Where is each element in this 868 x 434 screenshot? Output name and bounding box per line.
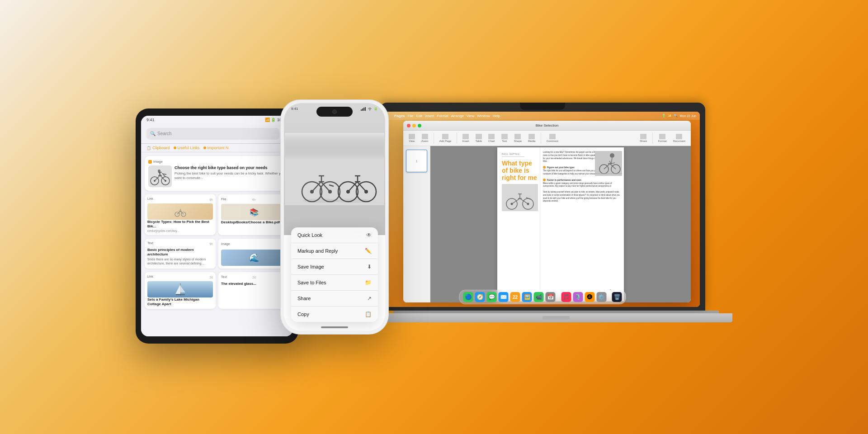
pages-title-bar: Bike Selection	[403, 121, 691, 131]
card-img2-thumb: 🌊	[221, 250, 287, 266]
page-bike-photo	[502, 184, 538, 211]
dock-trash[interactable]: 🗑️	[612, 292, 622, 302]
ipad-card-image2[interactable]: Image 🌊	[218, 239, 289, 269]
menu-view[interactable]: View	[467, 114, 474, 118]
dock-settings[interactable]: ⚙️	[596, 292, 606, 302]
ipad-card-text2[interactable]: Text 2d 🔖 The elevated glass...	[218, 272, 289, 309]
dock-finder[interactable]: 🔵	[463, 292, 473, 302]
chart-icon	[488, 134, 495, 139]
ipad-card-link2[interactable]: Link 2d	[145, 272, 216, 309]
ipad-card-link[interactable]: Link 9h	[145, 194, 216, 235]
ipad-tab-links[interactable]: Useful Links	[174, 146, 200, 150]
ipad-tab-important[interactable]: Important N	[203, 146, 229, 150]
dock-music[interactable]: 🎵	[561, 292, 571, 302]
view-label: View	[409, 140, 415, 142]
svg-point-63	[610, 153, 614, 158]
card-link-url: centurycycles.com/buy...	[147, 229, 213, 232]
svg-line-17	[177, 211, 180, 214]
toolbar-comment[interactable]: Comment	[545, 133, 560, 143]
toolbar-share[interactable]: Share	[638, 133, 649, 143]
shape-icon	[514, 134, 521, 139]
dock-podcasts[interactable]: 🎙️	[573, 292, 583, 302]
section1-title-text: Figure out your bike type:	[547, 166, 575, 169]
card-text-header: Text 9h	[147, 241, 213, 246]
page-section2-text: Bikes within a given category and price …	[543, 182, 621, 189]
window-minimize-button[interactable]	[412, 124, 416, 127]
context-share[interactable]: Share ↗	[291, 291, 378, 307]
bike-display-svg	[285, 133, 384, 205]
context-save-image[interactable]: Save Image ⬇	[291, 259, 378, 275]
save-files-label: Save to Files	[297, 280, 326, 285]
card-img2-type: Image	[221, 242, 230, 245]
toolbar-text[interactable]: Text	[500, 133, 509, 143]
page-author-divider	[502, 156, 524, 157]
toolbar-zoom[interactable]: Zoom	[420, 133, 430, 143]
toolbar-view[interactable]: View	[407, 133, 417, 143]
svg-rect-27	[365, 107, 366, 111]
toolbar-insert[interactable]: Insert	[461, 133, 471, 143]
dock-maps[interactable]: 22	[510, 292, 520, 302]
context-copy[interactable]: Copy 📋	[291, 307, 378, 322]
menu-file[interactable]: File	[408, 114, 414, 118]
dock-facetime[interactable]: 📹	[534, 292, 544, 302]
svg-rect-26	[363, 108, 364, 111]
menu-pages[interactable]: Pages	[394, 114, 405, 118]
document-label: Document	[673, 140, 685, 142]
save-image-icon: ⬇	[367, 264, 372, 270]
ipad-card-1[interactable]: Image 2h	[145, 156, 289, 191]
tab-important-label: Important N	[208, 146, 229, 150]
dock-safari[interactable]: 🧭	[475, 292, 485, 302]
quick-look-label: Quick Look	[297, 232, 322, 238]
ipad-device: 9:41 📶 🔋 100% 🔍 Search ...	[136, 108, 298, 344]
ipad-search-bar[interactable]: 🔍 Search	[146, 128, 279, 140]
save-files-icon: 📁	[365, 279, 372, 286]
window-close-button[interactable]	[407, 124, 410, 127]
ipad-card-text[interactable]: Text 9h Basic principles of modern archi…	[145, 239, 216, 269]
ipad-tab-clipboard[interactable]: 📋 Clipboard	[146, 146, 170, 150]
mac-menu-items: Pages File Edit Insert Format Arrange Vi…	[394, 114, 500, 118]
menu-format[interactable]: Format	[437, 114, 448, 118]
toolbar-shape[interactable]: Shape	[512, 133, 524, 143]
context-markup-reply[interactable]: Markup and Reply ✏️	[291, 243, 378, 259]
context-quick-look[interactable]: Quick Look 👁	[291, 227, 378, 243]
dock-mail[interactable]: ✉️	[499, 292, 509, 302]
section1-dot	[543, 166, 546, 169]
menu-window[interactable]: Window	[477, 114, 490, 118]
iphone-camera	[332, 109, 337, 114]
card-file-thumb: 📚	[221, 204, 287, 220]
toolbar-media[interactable]: Media	[526, 133, 537, 143]
pages-document-area: 1 PAUL HATTEN What type of bike is right…	[403, 146, 691, 302]
dock-messages[interactable]: 💬	[487, 292, 497, 302]
card-1-type-icon	[148, 160, 152, 164]
chart-label: Chart	[488, 140, 495, 142]
menu-arrange[interactable]: Arrange	[451, 114, 464, 118]
window-maximize-button[interactable]	[418, 124, 421, 127]
toolbar-table[interactable]: Table	[474, 133, 484, 143]
card-1-title: Choose the right bike type based on your…	[175, 165, 286, 170]
save-image-label: Save Image	[297, 264, 324, 269]
tab-important-dot	[203, 146, 206, 149]
zoom-icon	[422, 134, 428, 139]
mac-search-icon[interactable]: 🔍	[674, 114, 678, 118]
page-big-title[interactable]: What type of bike is right for me	[502, 160, 537, 181]
menu-help[interactable]: Help	[493, 114, 500, 118]
page-author: PAUL HATTEN	[502, 153, 537, 156]
dock-photos[interactable]: 🖼️	[522, 292, 532, 302]
mac-menu-bar: Pages File Edit Insert Format Arrange Vi…	[385, 112, 700, 120]
toolbar-chart[interactable]: Chart	[486, 133, 497, 143]
page-thumbnail-1[interactable]: 1	[406, 150, 427, 172]
view-icon	[409, 134, 415, 139]
toolbar-add-page[interactable]: Add Page	[438, 133, 453, 143]
dock-calendar[interactable]: 📅	[546, 292, 556, 302]
dock-appstore[interactable]: 🅐	[585, 292, 594, 302]
toolbar-divider-4	[652, 133, 653, 144]
ipad-tabs: 📋 Clipboard Useful Links Important N	[141, 144, 293, 152]
signal-icon	[361, 107, 366, 111]
toolbar-document[interactable]: Document	[671, 133, 687, 143]
card-img2-header: Image	[221, 241, 287, 248]
menu-insert[interactable]: Insert	[425, 114, 434, 118]
ipad-card-file[interactable]: File 4h 📄 📚 Desktop/Books/Choose a Bike.…	[218, 194, 289, 235]
menu-edit[interactable]: Edit	[416, 114, 422, 118]
toolbar-format[interactable]: Format	[656, 133, 669, 143]
context-save-files[interactable]: Save to Files 📁	[291, 275, 378, 291]
